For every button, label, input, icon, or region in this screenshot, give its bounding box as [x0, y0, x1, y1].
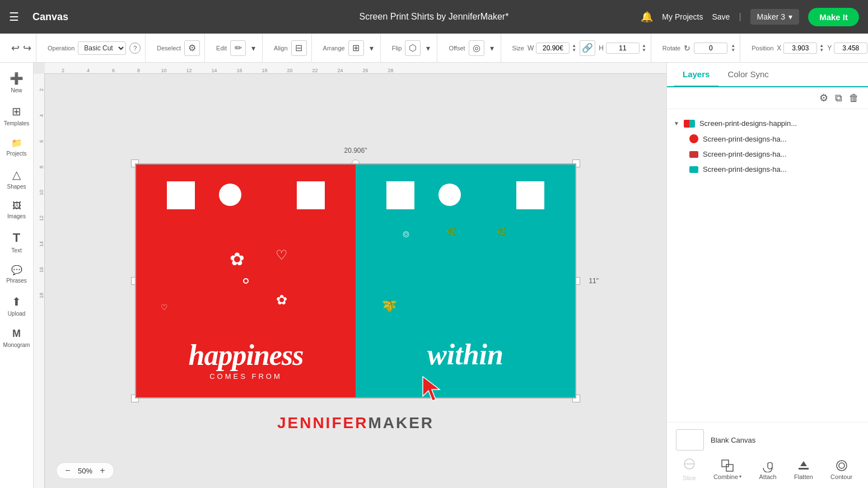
- attach-tool[interactable]: Attach: [759, 459, 777, 480]
- shape-white-square-1[interactable]: [167, 181, 195, 209]
- design-panel-right[interactable]: within ⌾ 🌿 🌿 🌾 🌾: [356, 165, 575, 397]
- slice-tool: Slice: [683, 457, 696, 481]
- layer-group-name: Screen-print-designs-happin...: [699, 119, 797, 128]
- sidebar-item-new[interactable]: ➕ New: [2, 67, 32, 98]
- sidebar-item-projects-label: Projects: [6, 151, 26, 157]
- my-projects-link[interactable]: My Projects: [662, 12, 703, 21]
- sidebar-item-images[interactable]: 🖼 Images: [2, 196, 32, 224]
- canvas-area[interactable]: 2 4 6 8 10 12 14 16 18 20 22 24 26 28 2 …: [34, 63, 666, 488]
- group-collapse-icon: ▼: [674, 120, 679, 126]
- tab-colorsync[interactable]: Color Sync: [718, 63, 777, 87]
- combine-dropdown-icon: ▾: [739, 474, 741, 479]
- edit-dropdown-icon[interactable]: ▾: [249, 43, 258, 54]
- align-button[interactable]: ⊟: [291, 40, 307, 56]
- contour-tool[interactable]: Contour: [830, 459, 852, 480]
- sidebar-item-monogram-label: Monogram: [3, 342, 30, 348]
- undo-redo-group: ↩ ↪: [7, 34, 36, 62]
- sidebar-item-phrases[interactable]: 💬 Phrases: [2, 260, 32, 288]
- layer-group-main: ▼ Screen-print-designs-happin... Screen-…: [667, 114, 868, 179]
- right-panel: Layers Color Sync ⚙ ⧉ 🗑 ▼ Screen-print-d…: [666, 63, 868, 488]
- combine-svg: [721, 459, 734, 472]
- ruler-tick-v: 10: [34, 180, 44, 205]
- edit-group: Edit ✏ ▾: [212, 34, 263, 62]
- lock-aspect-icon[interactable]: 🔗: [580, 40, 595, 56]
- x-label: X: [777, 44, 781, 52]
- sidebar-item-upload[interactable]: ⬆ Upload: [2, 290, 32, 321]
- watermark: JENNIFERMAKER: [277, 414, 434, 432]
- position-group: Position X ▲▼ Y ▲▼: [747, 34, 868, 62]
- comes-from-text: COMES FROM: [142, 372, 350, 381]
- hamburger-menu-icon[interactable]: ☰: [9, 10, 19, 24]
- ruler-h-ticks: 2 4 6 8 10 12 14 16 18 20 22 24 26 28: [45, 63, 666, 73]
- rotate-input[interactable]: [694, 43, 727, 54]
- shapes-icon: △: [12, 168, 21, 181]
- layers-duplicate-icon[interactable]: ⧉: [835, 92, 842, 104]
- save-button[interactable]: Save: [712, 12, 730, 21]
- machine-label: Maker 3: [757, 12, 786, 21]
- notifications-icon[interactable]: 🔔: [641, 11, 653, 23]
- sidebar-item-upload-label: Upload: [8, 311, 26, 317]
- svg-marker-11: [423, 377, 440, 401]
- x-spinner[interactable]: ▲▼: [819, 44, 824, 53]
- zoom-out-button[interactable]: −: [62, 465, 73, 476]
- sidebar-item-templates[interactable]: ⊞ Templates: [2, 100, 32, 131]
- layer-group-header[interactable]: ▼ Screen-print-designs-happin...: [667, 116, 868, 131]
- flip-dropdown-icon[interactable]: ▾: [424, 43, 432, 54]
- ruler-tick: 8: [126, 68, 151, 73]
- deselect-button[interactable]: ⚙: [184, 40, 200, 56]
- rotate-spinner[interactable]: ▲▼: [731, 44, 735, 53]
- arrange-dropdown-icon[interactable]: ▾: [367, 43, 376, 54]
- zoom-in-button[interactable]: +: [97, 465, 108, 476]
- design-canvas[interactable]: happiness COMES FROM ✿ ♡ ✿ ♡: [135, 163, 576, 398]
- x-input[interactable]: [783, 43, 817, 54]
- layer-item-1[interactable]: Screen-print-designs-ha...: [667, 131, 868, 147]
- y-input[interactable]: [834, 43, 867, 54]
- height-spinner[interactable]: ▲▼: [642, 44, 646, 53]
- width-spinner[interactable]: ▲▼: [572, 44, 576, 53]
- happiness-design-text: happiness COMES FROM: [142, 341, 350, 381]
- machine-selector[interactable]: Maker 3 ▾: [750, 9, 800, 25]
- sidebar-item-text[interactable]: T Text: [2, 226, 32, 258]
- sidebar-item-monogram[interactable]: M Monogram: [2, 323, 32, 353]
- offset-button[interactable]: ◎: [469, 40, 484, 56]
- sidebar-item-projects[interactable]: 📁 Projects: [2, 133, 32, 161]
- design-panel-left[interactable]: happiness COMES FROM ✿ ♡ ✿ ♡: [136, 165, 356, 397]
- shape-white-square-2[interactable]: [297, 181, 325, 209]
- operation-help-icon[interactable]: ?: [129, 43, 141, 54]
- edit-button[interactable]: ✏: [230, 40, 246, 56]
- layer-item-3[interactable]: Screen-print-designs-ha...: [667, 162, 868, 177]
- undo-button[interactable]: ↩: [11, 42, 20, 54]
- svg-rect-16: [799, 468, 809, 470]
- cursor-arrow-svg: [420, 374, 442, 402]
- height-input[interactable]: [606, 43, 640, 54]
- ruler-tick-v: 2: [34, 77, 44, 102]
- operation-label: Operation: [48, 45, 74, 51]
- sidebar-item-shapes[interactable]: △ Shapes: [2, 163, 32, 194]
- make-it-button[interactable]: Make It: [808, 8, 859, 26]
- ruler-tick: 2: [50, 68, 76, 73]
- layer-item-2[interactable]: Screen-print-designs-ha...: [667, 147, 868, 162]
- arrange-label: Arrange: [323, 45, 345, 51]
- width-field-group: W ▲▼: [528, 43, 576, 54]
- shape-white-circle-1[interactable]: [219, 184, 241, 206]
- offset-dropdown-icon[interactable]: ▾: [488, 43, 496, 54]
- layer-item-3-name: Screen-print-designs-ha...: [703, 165, 787, 173]
- ruler-tick-v: 12: [34, 205, 44, 231]
- redo-button[interactable]: ↪: [23, 42, 31, 54]
- shape-white-circle-2[interactable]: [438, 184, 461, 206]
- flip-button[interactable]: ⬡: [405, 40, 421, 56]
- flatten-tool[interactable]: Flatten: [794, 459, 813, 480]
- contour-label: Contour: [830, 473, 852, 480]
- width-input[interactable]: [536, 43, 570, 54]
- layers-toolbar: ⚙ ⧉ 🗑: [667, 87, 868, 109]
- tab-layers[interactable]: Layers: [674, 63, 718, 87]
- shape-white-square-4[interactable]: [516, 181, 544, 209]
- layers-delete-icon[interactable]: 🗑: [849, 92, 859, 104]
- topbar-right-section: 🔔 My Projects Save | Maker 3 ▾ Make It: [641, 8, 859, 26]
- arrange-button[interactable]: ⊞: [348, 40, 364, 56]
- shape-white-square-3[interactable]: [386, 181, 414, 209]
- layers-settings-icon[interactable]: ⚙: [819, 92, 828, 104]
- combine-tool[interactable]: Combine ▾: [713, 459, 741, 480]
- svg-text:⌾: ⌾: [403, 227, 409, 240]
- operation-select[interactable]: Basic Cut: [78, 41, 126, 55]
